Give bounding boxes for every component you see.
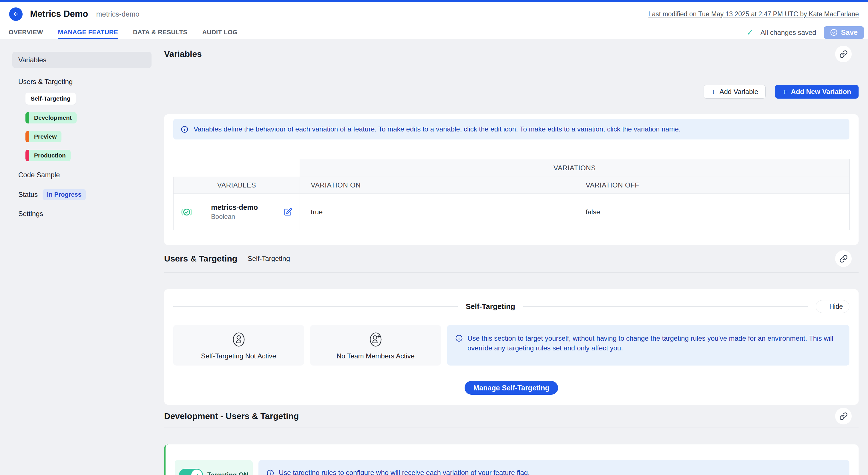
variable-type: Boolean xyxy=(211,213,258,221)
circle-check-icon xyxy=(830,29,838,36)
manage-self-targeting-row: Manage Self-Targeting xyxy=(173,381,849,395)
env-label: Preview xyxy=(29,131,61,142)
sidebar-item-env-preview[interactable]: Preview xyxy=(26,131,61,142)
user-icon xyxy=(230,330,247,349)
variables-info-banner: Variables define the behaviour of each v… xyxy=(173,119,849,139)
edit-variable-button[interactable] xyxy=(284,208,292,216)
team-members-status-card: No Team Members Active xyxy=(310,325,441,366)
users-targeting-anchor-link-button[interactable] xyxy=(835,250,852,267)
sidebar-item-env-production[interactable]: Production xyxy=(26,150,71,161)
add-new-variation-label: Add New Variation xyxy=(791,88,851,96)
env-label: Production xyxy=(29,150,71,161)
self-targeting-status-card: Self-Targeting Not Active xyxy=(173,325,304,366)
header: Metrics Demo metrics-demo Last modified … xyxy=(0,2,868,26)
sidebar-item-status[interactable]: Status In Progress xyxy=(18,189,152,200)
development-heading: Development - Users & Targeting xyxy=(164,411,299,421)
development-anchor-link-button[interactable] xyxy=(835,408,852,424)
divider-line xyxy=(523,306,808,307)
link-icon xyxy=(839,412,848,420)
arrow-left-icon xyxy=(12,10,20,18)
tab-overview[interactable]: OVERVIEW xyxy=(8,26,43,39)
self-targeting-info-banner: Use this section to target yourself, wit… xyxy=(447,325,849,366)
variable-icon-cell xyxy=(174,194,200,230)
tab-manage-feature[interactable]: MANAGE FEATURE xyxy=(58,26,118,39)
self-targeting-status-row: Self-Targeting Not Active No Team Member… xyxy=(173,325,849,366)
variations-group-header: VARIATIONS xyxy=(300,159,850,177)
users-targeting-subheading: Self-Targeting xyxy=(248,255,290,263)
targeting-toggle[interactable] xyxy=(179,469,203,475)
targeting-on-label: Targeting ON xyxy=(207,471,248,475)
tab-data-results[interactable]: DATA & RESULTS xyxy=(133,26,187,39)
check-icon xyxy=(194,472,199,475)
page-title: Metrics Demo xyxy=(30,9,88,19)
toggle-knob xyxy=(191,470,202,475)
add-variable-button[interactable]: + Add Variable xyxy=(704,85,766,99)
table-blank-cell xyxy=(174,159,300,177)
sidebar-item-settings[interactable]: Settings xyxy=(18,210,152,218)
variable-cell: metrics-demo Boolean xyxy=(174,194,300,230)
column-header-variation-off: VARIATION OFF xyxy=(575,177,850,194)
feature-key: metrics-demo xyxy=(96,10,139,18)
tab-audit-log[interactable]: AUDIT LOG xyxy=(202,26,238,39)
tabs-bar: OVERVIEW MANAGE FEATURE DATA & RESULTS A… xyxy=(0,26,868,39)
variable-name-block: metrics-demo Boolean xyxy=(200,194,258,230)
users-targeting-section-header: Users & Targeting Self-Targeting xyxy=(164,245,859,273)
variable-name[interactable]: metrics-demo xyxy=(211,203,258,212)
column-header-variation-on: VARIATION ON xyxy=(300,177,575,194)
info-icon xyxy=(181,125,188,133)
user-plus-icon xyxy=(367,330,384,349)
targeting-toggle-panel: Targeting ON xyxy=(175,460,253,475)
sidebar-item-env-development[interactable]: Development xyxy=(26,112,76,123)
env-color-bar xyxy=(26,112,29,123)
variation-off-value: false xyxy=(575,194,850,230)
development-targeting-card: Targeting ON Use targeting rules to conf… xyxy=(164,444,859,475)
save-status-text: All changes saved xyxy=(761,29,816,37)
sidebar-item-variables[interactable]: Variables xyxy=(12,52,152,68)
env-color-bar xyxy=(26,131,29,142)
variables-banner-text: Variables define the behaviour of each v… xyxy=(193,125,681,133)
check-icon: ✓ xyxy=(746,28,753,37)
development-info-banner: Use targeting rules to configure who wil… xyxy=(258,460,849,475)
sidebar: Variables Users & Targeting Self-Targeti… xyxy=(0,39,164,475)
tab-list: OVERVIEW MANAGE FEATURE DATA & RESULTS A… xyxy=(8,26,238,39)
development-banner-text: Use targeting rules to configure who wil… xyxy=(279,469,530,475)
top-accent-bar xyxy=(0,0,868,2)
development-section-header: Development - Users & Targeting xyxy=(164,405,859,428)
plus-icon: + xyxy=(782,88,787,96)
hide-button[interactable]: – Hide xyxy=(816,300,849,313)
self-targeting-title-row: Self-Targeting – Hide xyxy=(173,300,849,313)
sidebar-item-self-targeting[interactable]: Self-Targeting xyxy=(26,93,76,105)
info-icon xyxy=(455,335,463,342)
save-button-label: Save xyxy=(841,28,858,37)
self-targeting-panel-title: Self-Targeting xyxy=(466,302,515,311)
plus-icon: + xyxy=(711,88,715,96)
variables-heading: Variables xyxy=(164,49,202,59)
minus-icon: – xyxy=(822,303,826,310)
main-content: Variables + Add Variable + Add New Varia… xyxy=(164,39,859,475)
variable-type-icon xyxy=(180,206,193,218)
save-button[interactable]: Save xyxy=(824,26,864,39)
add-new-variation-button[interactable]: + Add New Variation xyxy=(775,85,859,99)
back-button[interactable] xyxy=(9,7,23,21)
variables-actions-row: + Add Variable + Add New Variation xyxy=(164,69,859,114)
variables-section-header: Variables xyxy=(164,39,859,69)
column-header-variables: VARIABLES xyxy=(174,177,300,194)
manage-self-targeting-button[interactable]: Manage Self-Targeting xyxy=(465,381,558,395)
last-modified-link[interactable]: Last modified on Tue May 13 2025 at 2:47… xyxy=(648,10,859,18)
divider-line xyxy=(173,306,458,307)
save-cluster: ✓ All changes saved Save xyxy=(746,26,868,39)
self-targeting-banner-text: Use this section to target yourself, wit… xyxy=(467,334,841,353)
variables-table: VARIATIONS VARIABLES VARIATION ON VARIAT… xyxy=(173,159,850,230)
sidebar-item-users-targeting[interactable]: Users & Targeting xyxy=(18,78,152,86)
sidebar-item-code-sample[interactable]: Code Sample xyxy=(18,171,152,179)
self-targeting-card: Self-Targeting – Hide Self-Targeting Not… xyxy=(164,289,859,405)
variation-on-value: true xyxy=(300,194,575,230)
status-label: Status xyxy=(18,191,38,199)
env-label: Development xyxy=(29,112,76,123)
link-icon xyxy=(839,255,848,263)
team-members-status-label: No Team Members Active xyxy=(337,352,414,360)
add-variable-label: Add Variable xyxy=(719,88,758,96)
variables-card: Variables define the behaviour of each v… xyxy=(164,114,859,245)
table-row: metrics-demo Boolean true false xyxy=(174,194,850,230)
variables-anchor-link-button[interactable] xyxy=(835,46,852,62)
